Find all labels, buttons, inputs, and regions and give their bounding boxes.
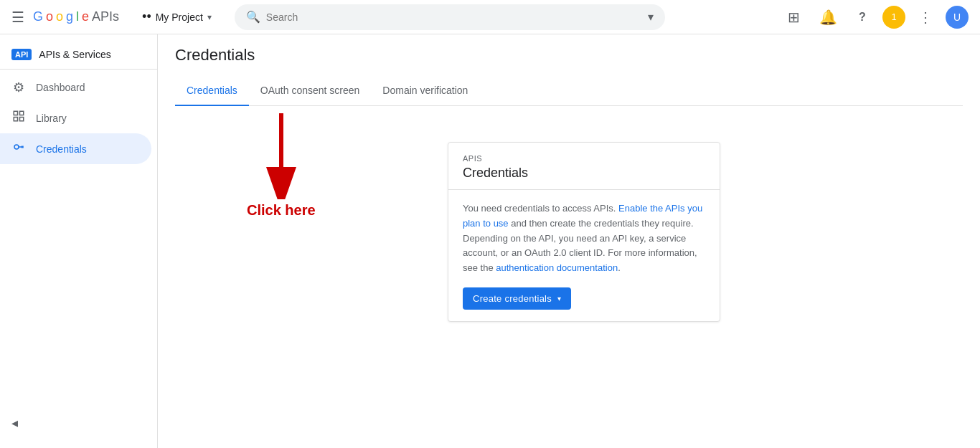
apis-services-label: APIs & Services [39, 49, 110, 60]
help-btn[interactable]: ? [848, 3, 877, 32]
logo-g: G [33, 9, 43, 24]
sidebar: API APIs & Services ⚙ Dashboard Library [0, 34, 158, 448]
card-text-3: . [618, 262, 621, 273]
logo-e2: e [82, 9, 89, 24]
svg-rect-0 [14, 111, 17, 115]
red-arrow [253, 113, 310, 199]
page-title: Credentials [175, 46, 963, 65]
chevron-down-icon: ▾ [207, 12, 212, 22]
main-content: Credentials Credentials OAuth consent sc… [158, 34, 980, 448]
click-here-label: Click here [247, 202, 316, 219]
annotation-group: Click here [247, 113, 316, 219]
svg-rect-3 [20, 118, 24, 121]
sidebar-collapse-btn[interactable]: ◂ [0, 409, 158, 437]
sidebar-item-library[interactable]: Library [0, 103, 151, 133]
apps-icon: ⊞ [788, 9, 800, 26]
svg-point-4 [14, 145, 19, 149]
avatar[interactable]: U [946, 6, 969, 29]
logo-o1: o [46, 9, 53, 24]
logo-e: l [76, 9, 79, 24]
header-search: 🔍 ▾ [235, 4, 665, 30]
search-dropdown-icon[interactable]: ▾ [648, 10, 654, 24]
create-credentials-button[interactable]: Create credentials ▾ [463, 287, 571, 310]
library-icon [11, 110, 26, 126]
header-right: ⊞ 🔔 ? 1 ⋮ U [779, 3, 969, 32]
card-header: APIs Credentials [448, 143, 720, 190]
sidebar-item-label-library: Library [36, 113, 67, 124]
bell-icon: 🔔 [819, 9, 837, 26]
svg-rect-1 [20, 111, 24, 115]
hamburger-icon[interactable]: ☰ [11, 9, 24, 26]
tab-oauth[interactable]: OAuth consent screen [249, 76, 372, 106]
project-name: My Project [156, 11, 203, 23]
tab-credentials[interactable]: Credentials [175, 76, 249, 106]
more-icon: ⋮ [918, 9, 933, 26]
card-body: You need credentials to access APIs. Ena… [448, 190, 720, 321]
search-icon: 🔍 [246, 10, 260, 24]
sidebar-header: API APIs & Services [0, 40, 157, 66]
card-header-title: Credentials [463, 166, 705, 181]
avatar-initial: U [953, 11, 961, 23]
logo-o2: o [56, 9, 63, 24]
tab-domain[interactable]: Domain verification [371, 76, 479, 106]
notifications-btn[interactable]: 🔔 [814, 3, 842, 32]
sidebar-item-label-dashboard: Dashboard [36, 82, 85, 93]
dashboard-icon: ⚙ [11, 80, 26, 95]
top-header: ☰ Google APIs •• My Project ▾ 🔍 ▾ ⊞ 🔔 ? … [0, 0, 980, 34]
card-text-1: You need credentials to access APIs. [463, 203, 618, 214]
api-badge: API [11, 49, 32, 60]
main-layout: API APIs & Services ⚙ Dashboard Library [0, 34, 980, 448]
logo-apis: APIs [92, 9, 119, 24]
header-left: ☰ Google APIs •• My Project ▾ [11, 6, 217, 27]
sidebar-divider [0, 69, 157, 70]
auth-docs-link[interactable]: authentication documentation [496, 262, 618, 273]
apps-icon-btn[interactable]: ⊞ [779, 3, 808, 32]
content-area: Click here APIs Credentials You need cre… [175, 106, 963, 351]
google-apis-logo: Google APIs [33, 9, 119, 24]
credentials-card: APIs Credentials You need credentials to… [448, 142, 720, 322]
card-header-label: APIs [463, 154, 705, 163]
tabs: Credentials OAuth consent screen Domain … [175, 76, 963, 106]
credentials-icon [11, 140, 26, 157]
btn-dropdown-arrow-icon: ▾ [557, 295, 561, 302]
sidebar-item-credentials[interactable]: Credentials [0, 133, 151, 164]
card-description: You need credentials to access APIs. Ena… [463, 201, 705, 276]
collapse-icon: ◂ [11, 415, 18, 431]
more-options-btn[interactable]: ⋮ [911, 3, 940, 32]
search-input[interactable] [266, 11, 648, 23]
help-icon: ? [859, 11, 866, 24]
svg-rect-2 [14, 118, 17, 121]
create-credentials-label: Create credentials [473, 293, 552, 304]
project-selector[interactable]: •• My Project ▾ [136, 6, 217, 27]
notification-badge[interactable]: 1 [882, 6, 905, 29]
logo-gl: g [66, 9, 73, 24]
sidebar-item-dashboard[interactable]: ⚙ Dashboard [0, 72, 151, 103]
project-dots: •• [142, 9, 151, 24]
sidebar-item-label-credentials: Credentials [36, 143, 87, 155]
